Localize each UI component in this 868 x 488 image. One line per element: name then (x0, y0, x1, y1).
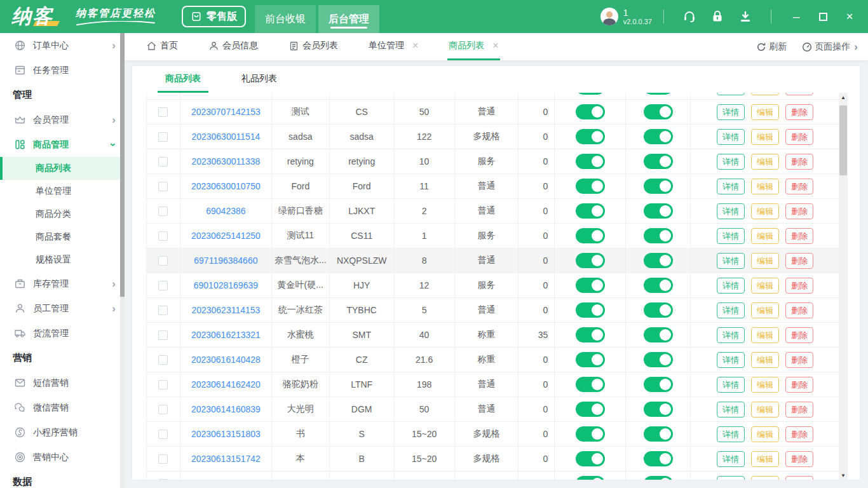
status-toggle[interactable] (576, 179, 605, 194)
status-toggle[interactable] (644, 179, 673, 194)
status-toggle[interactable] (644, 352, 673, 367)
user-block[interactable]: 1 v2.0.0.37 (600, 8, 652, 26)
row-checkbox[interactable] (158, 256, 168, 266)
download-icon[interactable] (738, 10, 752, 24)
edit-button[interactable]: 编辑 (751, 302, 779, 318)
delete-button[interactable]: 删除 (785, 253, 813, 269)
row-checkbox[interactable] (158, 107, 168, 117)
tab-member-info[interactable]: 会员信息 (207, 33, 259, 60)
edit-button[interactable]: 编辑 (751, 426, 779, 442)
product-id-link[interactable]: 20230630010750 (191, 181, 261, 191)
delete-button[interactable]: 删除 (785, 377, 813, 393)
sidebar-item-miniprogram-marketing[interactable]: 小程序营销 (0, 420, 125, 445)
product-id-link[interactable]: 20230616213321 (191, 330, 261, 340)
status-toggle[interactable] (644, 154, 673, 169)
lock-icon[interactable] (710, 10, 724, 24)
sidebar-item-product-management[interactable]: 商品管理› (0, 132, 125, 157)
delete-button[interactable]: 删除 (785, 402, 813, 417)
refresh-button[interactable]: 刷新 (756, 41, 787, 53)
edit-button[interactable]: 编辑 (751, 179, 779, 194)
status-toggle[interactable] (576, 278, 605, 293)
detail-button[interactable]: 详情 (717, 352, 745, 368)
status-toggle[interactable] (644, 377, 673, 392)
edit-button[interactable]: 编辑 (751, 377, 779, 393)
edit-button[interactable]: 编辑 (751, 352, 779, 368)
detail-button[interactable]: 详情 (717, 104, 745, 120)
status-toggle[interactable] (576, 377, 605, 392)
detail-button[interactable]: 详情 (717, 327, 745, 343)
status-toggle[interactable] (644, 253, 673, 268)
product-id-link[interactable]: 6971196384660 (194, 255, 257, 266)
status-toggle[interactable] (576, 402, 605, 417)
status-toggle[interactable] (576, 203, 605, 219)
topnav-tab-front-cashier[interactable]: 前台收银 (255, 5, 316, 33)
detail-button[interactable]: 详情 (717, 302, 745, 318)
status-toggle[interactable] (644, 327, 673, 342)
row-checkbox[interactable] (158, 231, 168, 241)
sidebar-item-product-list[interactable]: 商品列表 (0, 157, 125, 180)
delete-button[interactable]: 删除 (785, 302, 813, 318)
scroll-up-arrow[interactable]: ▲ (839, 93, 848, 102)
status-toggle[interactable] (576, 302, 605, 318)
delete-button[interactable]: 删除 (785, 154, 813, 170)
status-toggle[interactable] (576, 129, 605, 144)
row-checkbox[interactable] (158, 355, 168, 365)
sidebar-item-unit-management[interactable]: 单位管理 (0, 180, 125, 203)
sidebar-item-inventory-management[interactable]: 库存管理› (0, 271, 125, 296)
sidebar-scrollbar-thumb[interactable] (120, 33, 125, 297)
sidebar-item-logistics-management[interactable]: 货流管理 (0, 321, 125, 346)
row-checkbox[interactable] (158, 157, 168, 166)
status-toggle[interactable] (576, 253, 605, 268)
delete-button[interactable]: 删除 (785, 203, 813, 219)
sidebar-item-staff-management[interactable]: 员工管理› (0, 296, 125, 321)
row-checkbox[interactable] (158, 306, 168, 315)
row-checkbox[interactable] (158, 405, 168, 414)
sidebar-item-order-center[interactable]: 订单中心› (0, 33, 125, 58)
content-tab-product-list[interactable]: 商品列表 (158, 66, 208, 93)
product-id-link[interactable]: 20230623114153 (191, 305, 260, 315)
status-toggle[interactable] (576, 352, 605, 367)
sidebar-scrollbar[interactable] (120, 33, 125, 488)
product-id-link[interactable]: 20230707142153 (191, 107, 261, 117)
row-checkbox[interactable] (158, 454, 168, 464)
detail-button[interactable]: 详情 (717, 129, 745, 145)
detail-button[interactable]: 详情 (717, 476, 745, 480)
status-toggle[interactable] (576, 104, 605, 119)
detail-button[interactable]: 详情 (717, 203, 745, 219)
sidebar-item-spec-settings[interactable]: 规格设置 (0, 248, 125, 271)
status-toggle[interactable] (644, 278, 673, 293)
sidebar-item-sms-marketing[interactable]: 短信营销 (0, 370, 125, 395)
minimize-button[interactable]: – (783, 5, 810, 28)
detail-button[interactable]: 详情 (717, 377, 745, 393)
edit-button[interactable]: 编辑 (751, 327, 779, 343)
edit-button[interactable]: 编辑 (751, 154, 779, 170)
status-toggle[interactable] (644, 228, 673, 243)
edition-badge[interactable]: 零售版 (182, 6, 246, 27)
product-id-link[interactable]: 20230613151803 (191, 429, 261, 439)
status-toggle[interactable] (576, 93, 605, 95)
detail-button[interactable]: 详情 (717, 93, 745, 95)
status-toggle[interactable] (644, 93, 673, 95)
row-checkbox[interactable] (158, 479, 168, 480)
row-checkbox[interactable] (158, 430, 168, 439)
product-id-link[interactable]: 20230614160839 (191, 404, 261, 414)
sidebar-item-task-management[interactable]: 任务管理 (0, 58, 125, 83)
scroll-down-arrow[interactable]: ▼ (839, 471, 848, 480)
edit-button[interactable]: 编辑 (751, 278, 779, 294)
status-toggle[interactable] (644, 402, 673, 417)
status-toggle[interactable] (644, 104, 673, 119)
delete-button[interactable]: 删除 (785, 104, 813, 120)
delete-button[interactable]: 删除 (785, 278, 813, 294)
sidebar-item-wechat-marketing[interactable]: 微信营销 (0, 395, 125, 420)
status-toggle[interactable] (576, 327, 605, 342)
product-id-link[interactable]: 20230630011514 (191, 132, 260, 142)
row-checkbox[interactable] (158, 207, 168, 216)
delete-button[interactable]: 删除 (785, 476, 813, 480)
edit-button[interactable]: 编辑 (751, 253, 779, 269)
product-id-link[interactable]: 20230613151742 (191, 454, 261, 464)
table-scrollbar-thumb[interactable] (839, 105, 847, 175)
edit-button[interactable]: 编辑 (751, 93, 779, 95)
status-toggle[interactable] (644, 426, 673, 442)
product-id-link[interactable]: 69042386 (206, 206, 245, 216)
close-icon[interactable]: × (412, 41, 418, 51)
